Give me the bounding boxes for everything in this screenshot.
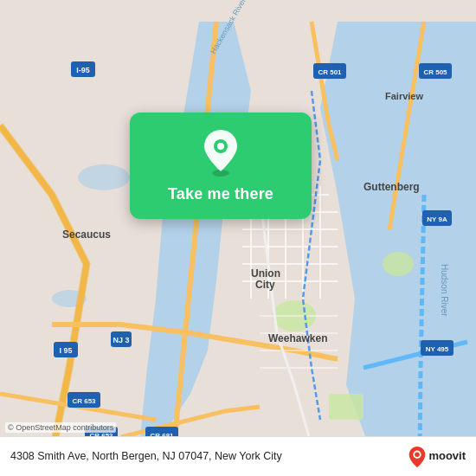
svg-text:Weehawken: Weehawken (268, 332, 327, 344)
svg-point-6 (383, 252, 414, 276)
map-container: I-95 I 95 CR 501 CR 505 NJ 3 CR 653 CR 6… (0, 0, 476, 476)
svg-rect-7 (329, 394, 363, 420)
svg-text:Hudson River: Hudson River (440, 264, 449, 317)
svg-text:CR 505: CR 505 (423, 68, 447, 76)
svg-text:Fairview: Fairview (385, 91, 423, 101)
svg-text:CR 653: CR 653 (72, 397, 96, 405)
location-card: Take me there (130, 113, 312, 219)
pin-icon-wrapper (196, 128, 245, 177)
map-pin-icon (200, 128, 241, 177)
svg-text:CR 501: CR 501 (318, 68, 342, 76)
svg-text:Secaucus: Secaucus (62, 228, 111, 241)
moovit-logo: moovit (408, 446, 466, 468)
take-me-there-button[interactable]: Take me there (168, 185, 273, 203)
moovit-label: moovit (428, 450, 466, 462)
svg-text:City: City (255, 279, 275, 291)
svg-point-54 (217, 143, 224, 150)
svg-text:I 95: I 95 (59, 346, 72, 355)
osm-attribution: © OpenStreetMap contributors (5, 422, 116, 433)
svg-point-56 (415, 452, 421, 457)
svg-point-3 (78, 164, 130, 190)
svg-text:NY 9A: NY 9A (427, 215, 447, 223)
map-background: I-95 I 95 CR 501 CR 505 NJ 3 CR 653 CR 6… (0, 0, 476, 476)
svg-text:I-95: I-95 (76, 66, 90, 74)
svg-text:Guttenberg: Guttenberg (363, 181, 420, 193)
moovit-logo-icon (408, 446, 427, 468)
address-text: 4308 Smith Ave, North Bergen, NJ 07047, … (10, 449, 401, 465)
bottom-bar: 4308 Smith Ave, North Bergen, NJ 07047, … (0, 436, 476, 476)
svg-text:NY 495: NY 495 (426, 345, 449, 353)
svg-text:Union: Union (251, 267, 280, 280)
svg-text:NJ 3: NJ 3 (113, 336, 129, 344)
